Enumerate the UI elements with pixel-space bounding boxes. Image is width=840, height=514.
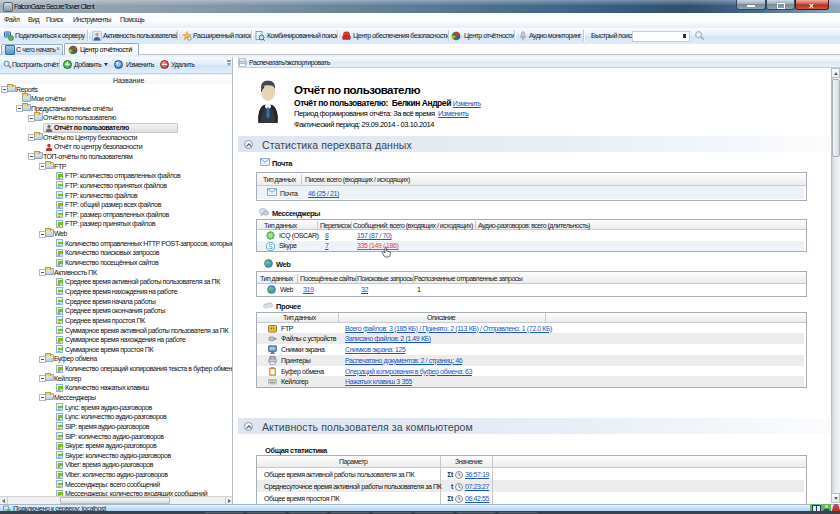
svg-text:S: S (268, 242, 273, 249)
